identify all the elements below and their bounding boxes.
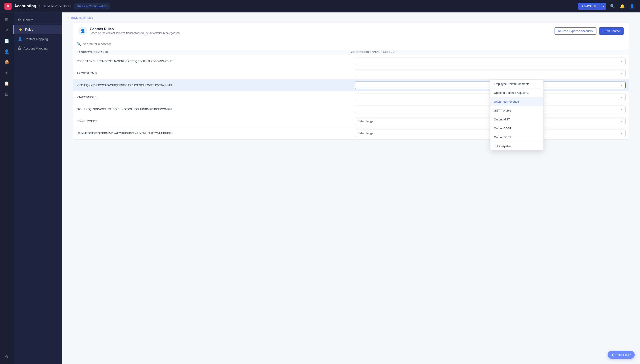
back-link[interactable]: ← Back to All Rules [62,12,640,23]
content-title: Contact Rules [90,27,180,31]
search-bar: 🔍 [73,39,629,49]
refresh-expense-accounts-button[interactable]: Refresh Expense Accounts [554,27,596,35]
table-row: HTINMFOMFVESMBBNZWIYAFCUHKUKZTWHNFNHZHKT… [73,127,629,139]
app-title: Accounting [14,4,36,8]
sidebar-send-icon[interactable]: ↗ [2,26,11,35]
sidebar-item-rules[interactable]: ⚡ Rules [13,25,62,34]
ledger-cell: ▾ Employee Reimbursements Opening Balanc… [351,79,629,91]
search-input-icon: 🔍 [77,42,81,46]
nav-separator: / [39,4,40,8]
add-contact-button[interactable]: + Add Contact [599,27,624,35]
user-icon[interactable]: 👤 [628,3,636,10]
contact-mapping-icon: 👤 [18,37,22,41]
contact-name: VVTYEQNKRVFKYXSIOVNHQFVNGCJSRHQFNOUEWRTU… [73,80,351,90]
content-subtitle: Based on the contact selected transactio… [90,32,180,35]
account-mapping-icon: 🏛 [18,46,21,50]
icon-sidebar: ⊞ ↗ 📄 👤 📦 ✈ 📋 ⊟ ⚙ [0,12,13,364]
chevron-down-icon: ▾ [621,132,623,135]
dropdown-option-tds-payable[interactable]: TDS Payable [490,142,543,150]
content-header: 👤 Contact Rules Based on the contact sel… [73,23,629,39]
ledger-dropdown-panel: Employee Reimbursements Opening Balance … [490,79,544,150]
chevron-down-icon: ▾ [621,96,623,99]
logo[interactable]: ✕ [4,3,12,10]
payout-arrow-icon: ▾ [600,3,606,10]
sidebar-item-general[interactable]: ⚙ General [13,15,62,25]
search-icon[interactable]: 🔍 [609,3,616,10]
dropdown-option-gst-payable[interactable]: GST Payable [490,106,543,115]
ledger-select-wrapper: ▾ [355,70,626,77]
chevron-down-icon: ▾ [621,108,623,111]
chevron-down-icon: ▾ [621,120,623,123]
sidebar-item-account-mapping-label: Account Mapping [24,47,48,50]
top-nav: ✕ Accounting / Send To Zoho Books Rules … [0,0,640,12]
select-ledger-label: Select ledger [358,120,374,123]
sidebar-doc-icon[interactable]: 📄 [2,36,11,45]
sidebar-item-contact-mapping[interactable]: 👤 Contact Mapping [13,34,62,44]
second-sidebar: ⚙ General ⚡ Rules 👤 Contact Mapping 🏛 Ac… [13,12,62,364]
sidebar-gear-icon[interactable]: ⚙ [2,352,11,361]
table-row: CBBECACXCKBZSMDRNEUAOCRIJCPSBSQDDNTUJLZE… [73,55,629,67]
sidebar-home-icon[interactable]: ⊞ [2,15,11,24]
table-row: VTACYVNCGS ▾ [73,91,629,103]
table-row: TPZXGXHZMG ▾ [73,67,629,79]
header-left: 👤 Contact Rules Based on the contact sel… [78,26,180,35]
need-help-button[interactable]: ❮ Need Help? [608,351,635,359]
col-header-contacts: RazorpayX Contacts [77,51,351,53]
col-header-account: Zoho Books Expense Account [351,51,626,53]
table-row: VVTYEQNKRVFKYXSIOVNHQFVNGCJSRHQFNOUEWRTU… [73,79,629,91]
sidebar-item-rules-label: Rules [25,28,33,31]
contact-name: TPZXGXHZMG [73,68,351,78]
chevron-down-icon: ▾ [621,60,623,63]
need-help-label: Need Help? [615,353,631,356]
contact-name: HTINMFOMFVESMBBNZWIYAFCUHKUKZTWHNFNHZHKT… [73,128,351,138]
bell-icon[interactable]: 🔔 [619,3,626,10]
sidebar-clipboard-icon[interactable]: 📋 [2,79,11,88]
chevron-down-icon: ▾ [621,72,623,75]
table-row: BDWCLZQEOT Select ledger ▾ [73,115,629,127]
sidebar-item-account-mapping[interactable]: 🏛 Account Mapping [13,44,62,53]
ledger-select-wrapper: ▾ [355,58,626,65]
contact-name: QZKUIXZQLSDDAXGHTSJDQIEHKQIQGUJQSHUNBMPD… [73,104,351,114]
sidebar-item-contact-mapping-label: Contact Mapping [24,37,48,41]
sidebar-item-general-label: General [23,18,34,22]
payout-button[interactable]: + PAYOUT ▾ [578,3,606,10]
select-ledger-label: Select ledger [358,132,374,135]
dropdown-option-output-igst[interactable]: Output IGST [490,115,543,124]
general-icon: ⚙ [18,18,21,22]
main-content: ← Back to All Rules 👤 Contact Rules Base… [62,12,640,364]
ledger-cell: ▾ [351,67,629,79]
nav-send-to-zoho[interactable]: Send To Zoho Books [43,4,72,8]
contact-rules-icon: 👤 [78,26,87,35]
need-help-icon: ❮ [612,353,614,356]
dropdown-option-output-sgst[interactable]: Output SGST [490,133,543,142]
ledger-select[interactable]: ▾ [355,70,626,77]
header-text: Contact Rules Based on the contact selec… [90,27,180,35]
chevron-down-icon: ▾ [621,84,623,87]
sidebar-plane-icon[interactable]: ✈ [2,68,11,77]
sidebar-package-icon[interactable]: 📦 [2,58,11,67]
payout-label: + PAYOUT [578,3,600,10]
dropdown-option-output-cgst[interactable]: Output CGST [490,124,543,133]
rules-icon: ⚡ [18,27,23,32]
contact-name: VTACYVNCGS [73,92,351,102]
ledger-cell: ▾ [351,55,629,67]
table-header: RazorpayX Contacts Zoho Books Expense Ac… [73,49,629,55]
table-container: 🔍 RazorpayX Contacts Zoho Books Expense … [73,39,629,140]
dropdown-option-unearned-revenue[interactable]: Unearned Revenue [490,97,543,106]
contact-name: BDWCLZQEOT [73,116,351,126]
ledger-select[interactable]: ▾ [355,58,626,65]
sidebar-grid-icon[interactable]: ⊟ [2,90,11,99]
header-actions: Refresh Expense Accounts + Add Contact [554,27,624,35]
nav-rules-config[interactable]: Rules & Configuration [74,3,110,9]
dropdown-option-opening-balance[interactable]: Opening Balance Adjustm... [490,88,543,97]
contact-name: CBBECACXCKBZSMDRNEUAOCRIJCPSBSQDDNTUJLZE… [73,56,351,66]
sidebar-contacts-icon[interactable]: 👤 [2,47,11,56]
search-input[interactable] [83,42,626,46]
dropdown-option-employee-reimbursements[interactable]: Employee Reimbursements [490,80,543,88]
table-row: QZKUIXZQLSDDAXGHTSJDQIEHKQIQGUJQSHUNBMPD… [73,103,629,115]
